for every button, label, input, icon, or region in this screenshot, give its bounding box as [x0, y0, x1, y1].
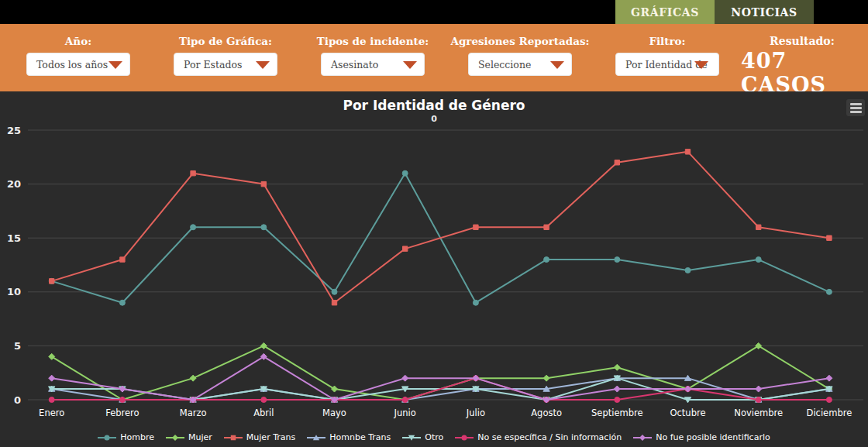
tipos-incidente-select[interactable]: Asesinato	[321, 53, 425, 76]
x-axis-label: Julio	[466, 407, 485, 418]
series-marker	[119, 397, 125, 403]
x-axis-label: Diciembre	[807, 407, 852, 418]
series-marker	[191, 225, 196, 230]
series-marker	[50, 279, 54, 284]
series-marker	[614, 386, 620, 392]
chevron-down-icon	[108, 61, 122, 69]
tab-graficas[interactable]: GRÁFICAS	[615, 0, 715, 24]
legend-marker-icon	[402, 433, 421, 442]
series-marker	[402, 170, 408, 176]
series-marker	[473, 300, 478, 305]
x-axis-label: Febrero	[105, 407, 139, 418]
series-marker	[120, 257, 125, 262]
legend-label: No fue posible identificarlo	[656, 432, 770, 442]
legend-item-no-fue-posible-identificarlo[interactable]: No fue posible identificarlo	[633, 432, 770, 442]
series-marker	[190, 375, 196, 381]
series-marker	[756, 397, 761, 403]
series-marker	[826, 375, 832, 381]
top-bar: GRÁFICAS NOTICIAS	[0, 0, 868, 24]
ano-select[interactable]: Todos los años	[26, 53, 130, 76]
series-marker	[615, 160, 619, 165]
filter-group-agresiones: Agresiones Reportadas: Seleccione	[446, 35, 594, 91]
tipo-grafica-select[interactable]: Por Estados	[174, 53, 277, 76]
legend-marker-icon	[455, 433, 474, 442]
filter-group-filtro: Filtro: Por Identidad de	[594, 35, 741, 91]
series-marker	[826, 397, 832, 403]
legend-marker-icon	[224, 433, 243, 442]
chart-container: Por Identidad de Género 0 0510152025Ener…	[0, 91, 868, 447]
chevron-down-icon	[550, 61, 564, 69]
tipo-grafica-select-value: Por Estados	[184, 59, 242, 70]
series-marker	[827, 236, 832, 240]
series-marker	[332, 301, 336, 305]
result-block: Resultado: 407 CASOS	[741, 35, 863, 91]
chevron-down-icon	[694, 61, 708, 69]
chevron-down-icon	[403, 61, 417, 69]
result-label: Resultado:	[770, 35, 835, 47]
tipos-incidente-select-value: Asesinato	[331, 59, 378, 70]
agresiones-select[interactable]: Seleccione	[468, 53, 572, 76]
series-marker	[402, 397, 408, 403]
series-marker	[756, 257, 761, 263]
series-marker	[826, 289, 832, 294]
x-axis-label: Abril	[253, 407, 274, 418]
x-axis-label: Marzo	[180, 407, 207, 418]
y-axis-label: 20	[7, 178, 21, 190]
filter-label: Filtro:	[649, 35, 685, 47]
filter-label: Año:	[65, 35, 91, 47]
series-line-mujer-trans	[52, 152, 829, 303]
filter-group-tipos-incidente: Tipos de incidente: Asesinato	[299, 35, 446, 91]
legend-marker-icon	[98, 433, 116, 442]
series-marker	[49, 397, 54, 403]
legend-item-no-se-espec-fica-sin-informaci-n[interactable]: No se específica / Sin información	[455, 432, 622, 442]
legend-label: Mujer Trans	[246, 432, 295, 442]
x-axis-label: Junio	[394, 407, 416, 418]
x-axis-label: Octubre	[670, 407, 705, 418]
series-marker	[543, 375, 549, 381]
legend-marker-icon	[633, 433, 652, 442]
series-marker	[756, 225, 761, 229]
filter-label: Tipos de incidente:	[317, 35, 429, 47]
filter-bar: Año: Todos los años Tipo de Gráfica: Por…	[0, 24, 868, 91]
result-value: 407 CASOS	[741, 49, 863, 97]
x-axis-label: Enero	[39, 407, 64, 418]
nav-tabs: GRÁFICAS NOTICIAS	[615, 0, 814, 24]
series-marker	[332, 289, 337, 294]
legend-item-hombre[interactable]: Hombre	[98, 432, 154, 442]
filter-group-ano: Año: Todos los años	[5, 35, 152, 91]
x-axis-label: Agosto	[531, 407, 562, 418]
legend-marker-icon	[307, 433, 326, 442]
series-marker	[756, 386, 762, 392]
y-axis-label: 10	[7, 286, 21, 297]
filtro-select[interactable]: Por Identidad de	[615, 53, 719, 76]
series-marker	[614, 364, 620, 370]
y-axis-label: 0	[14, 394, 21, 406]
legend-marker-icon	[166, 433, 184, 442]
series-marker	[402, 375, 408, 381]
legend-item-mujer[interactable]: Mujer	[166, 432, 212, 442]
y-axis-label: 15	[7, 232, 21, 244]
chart-plot: 0510152025EneroFebreroMarzoAbrilMayoJuni…	[0, 91, 868, 447]
x-axis-label: Mayo	[322, 407, 346, 418]
series-marker	[261, 181, 266, 186]
legend-label: Mujer	[188, 432, 212, 442]
series-marker	[261, 397, 267, 403]
filter-label: Tipo de Gráfica:	[179, 35, 272, 47]
legend-item-mujer-trans[interactable]: Mujer Trans	[224, 432, 295, 442]
series-line-mujer	[52, 346, 829, 400]
chart-legend: HombreMujerMujer TransHomnbe TransOtroNo…	[0, 432, 868, 442]
tab-noticias[interactable]: NOTICIAS	[715, 0, 814, 24]
x-axis-label: Septiembre	[591, 407, 643, 418]
series-marker	[544, 225, 549, 229]
x-axis-label: Noviembre	[734, 407, 783, 418]
legend-label: Hombre	[120, 432, 154, 442]
ano-select-value: Todos los años	[36, 59, 108, 70]
legend-item-otro[interactable]: Otro	[402, 432, 443, 442]
series-marker	[49, 375, 55, 381]
series-marker	[403, 246, 408, 251]
series-marker	[544, 257, 549, 263]
series-marker	[615, 257, 620, 263]
legend-item-homnbe-trans[interactable]: Homnbe Trans	[307, 432, 391, 442]
series-marker	[191, 170, 195, 175]
legend-label: No se específica / Sin información	[477, 432, 622, 442]
